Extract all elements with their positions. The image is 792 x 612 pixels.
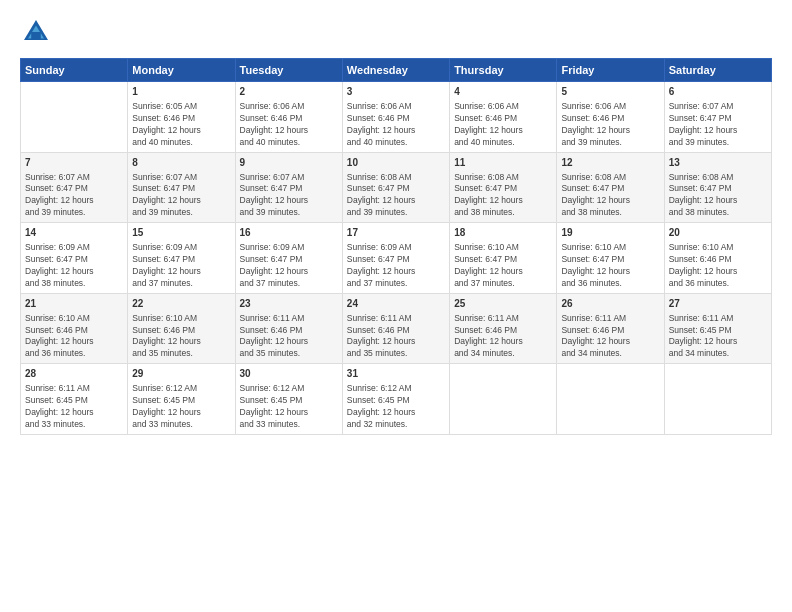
day-number: 17 (347, 226, 445, 240)
cell-text: Daylight: 12 hours (240, 407, 338, 419)
cell-text: Sunset: 6:46 PM (240, 113, 338, 125)
cell-text: Sunrise: 6:07 AM (25, 172, 123, 184)
calendar-cell: 7Sunrise: 6:07 AMSunset: 6:47 PMDaylight… (21, 152, 128, 223)
week-row-4: 28Sunrise: 6:11 AMSunset: 6:45 PMDayligh… (21, 364, 772, 435)
cell-text: Sunset: 6:46 PM (132, 325, 230, 337)
day-number: 2 (240, 85, 338, 99)
cell-text: Daylight: 12 hours (132, 195, 230, 207)
cell-text: and 38 minutes. (454, 207, 552, 219)
day-number: 26 (561, 297, 659, 311)
cell-text: Daylight: 12 hours (240, 195, 338, 207)
page-header (20, 16, 772, 48)
cell-text: Sunset: 6:46 PM (347, 113, 445, 125)
calendar-cell: 27Sunrise: 6:11 AMSunset: 6:45 PMDayligh… (664, 293, 771, 364)
cell-text: Sunset: 6:46 PM (347, 325, 445, 337)
cell-text: Sunrise: 6:11 AM (25, 383, 123, 395)
day-number: 3 (347, 85, 445, 99)
calendar-cell: 13Sunrise: 6:08 AMSunset: 6:47 PMDayligh… (664, 152, 771, 223)
cell-text: Sunrise: 6:10 AM (561, 242, 659, 254)
cell-text: Daylight: 12 hours (669, 336, 767, 348)
cell-text: Sunrise: 6:06 AM (454, 101, 552, 113)
calendar-cell: 23Sunrise: 6:11 AMSunset: 6:46 PMDayligh… (235, 293, 342, 364)
day-number: 1 (132, 85, 230, 99)
cell-text: and 40 minutes. (454, 137, 552, 149)
cell-text: Sunrise: 6:07 AM (240, 172, 338, 184)
day-number: 9 (240, 156, 338, 170)
header-cell-monday: Monday (128, 59, 235, 82)
calendar-table: SundayMondayTuesdayWednesdayThursdayFrid… (20, 58, 772, 435)
day-number: 21 (25, 297, 123, 311)
cell-text: and 35 minutes. (240, 348, 338, 360)
week-row-2: 14Sunrise: 6:09 AMSunset: 6:47 PMDayligh… (21, 223, 772, 294)
calendar-cell: 4Sunrise: 6:06 AMSunset: 6:46 PMDaylight… (450, 82, 557, 153)
cell-text: Daylight: 12 hours (561, 266, 659, 278)
day-number: 11 (454, 156, 552, 170)
cell-text: Daylight: 12 hours (25, 266, 123, 278)
calendar-cell: 17Sunrise: 6:09 AMSunset: 6:47 PMDayligh… (342, 223, 449, 294)
cell-text: Sunset: 6:47 PM (561, 183, 659, 195)
day-number: 13 (669, 156, 767, 170)
cell-text: and 38 minutes. (561, 207, 659, 219)
cell-text: Daylight: 12 hours (25, 195, 123, 207)
cell-text: and 40 minutes. (132, 137, 230, 149)
day-number: 8 (132, 156, 230, 170)
week-row-1: 7Sunrise: 6:07 AMSunset: 6:47 PMDaylight… (21, 152, 772, 223)
day-number: 25 (454, 297, 552, 311)
day-number: 20 (669, 226, 767, 240)
calendar-cell: 12Sunrise: 6:08 AMSunset: 6:47 PMDayligh… (557, 152, 664, 223)
day-number: 6 (669, 85, 767, 99)
calendar-cell: 10Sunrise: 6:08 AMSunset: 6:47 PMDayligh… (342, 152, 449, 223)
day-number: 22 (132, 297, 230, 311)
cell-text: Sunrise: 6:11 AM (240, 313, 338, 325)
cell-text: and 37 minutes. (132, 278, 230, 290)
calendar-cell: 16Sunrise: 6:09 AMSunset: 6:47 PMDayligh… (235, 223, 342, 294)
cell-text: Daylight: 12 hours (454, 125, 552, 137)
day-number: 30 (240, 367, 338, 381)
cell-text: and 39 minutes. (669, 137, 767, 149)
cell-text: Sunrise: 6:08 AM (347, 172, 445, 184)
cell-text: and 38 minutes. (25, 278, 123, 290)
logo-icon (20, 16, 52, 48)
day-number: 24 (347, 297, 445, 311)
calendar-cell (664, 364, 771, 435)
cell-text: and 38 minutes. (669, 207, 767, 219)
cell-text: Sunrise: 6:10 AM (454, 242, 552, 254)
cell-text: Sunrise: 6:07 AM (132, 172, 230, 184)
cell-text: and 39 minutes. (347, 207, 445, 219)
cell-text: and 39 minutes. (132, 207, 230, 219)
calendar-cell: 11Sunrise: 6:08 AMSunset: 6:47 PMDayligh… (450, 152, 557, 223)
cell-text: Sunrise: 6:10 AM (669, 242, 767, 254)
cell-text: Daylight: 12 hours (132, 407, 230, 419)
cell-text: Sunset: 6:47 PM (669, 183, 767, 195)
cell-text: Sunset: 6:46 PM (561, 325, 659, 337)
cell-text: and 34 minutes. (669, 348, 767, 360)
cell-text: Daylight: 12 hours (347, 125, 445, 137)
cell-text: Sunrise: 6:06 AM (240, 101, 338, 113)
cell-text: Daylight: 12 hours (132, 266, 230, 278)
calendar-cell: 5Sunrise: 6:06 AMSunset: 6:46 PMDaylight… (557, 82, 664, 153)
calendar-cell: 8Sunrise: 6:07 AMSunset: 6:47 PMDaylight… (128, 152, 235, 223)
cell-text: Sunrise: 6:07 AM (669, 101, 767, 113)
header-cell-thursday: Thursday (450, 59, 557, 82)
cell-text: Sunrise: 6:09 AM (347, 242, 445, 254)
calendar-cell: 31Sunrise: 6:12 AMSunset: 6:45 PMDayligh… (342, 364, 449, 435)
cell-text: Sunrise: 6:09 AM (240, 242, 338, 254)
cell-text: Sunset: 6:47 PM (454, 254, 552, 266)
cell-text: Sunset: 6:47 PM (347, 254, 445, 266)
cell-text: and 32 minutes. (347, 419, 445, 431)
cell-text: Sunset: 6:45 PM (347, 395, 445, 407)
day-number: 10 (347, 156, 445, 170)
cell-text: and 39 minutes. (561, 137, 659, 149)
cell-text: Sunrise: 6:10 AM (25, 313, 123, 325)
cell-text: Daylight: 12 hours (347, 336, 445, 348)
cell-text: Daylight: 12 hours (240, 266, 338, 278)
calendar-cell (450, 364, 557, 435)
calendar-cell: 18Sunrise: 6:10 AMSunset: 6:47 PMDayligh… (450, 223, 557, 294)
cell-text: Sunrise: 6:11 AM (561, 313, 659, 325)
cell-text: and 37 minutes. (240, 278, 338, 290)
cell-text: Sunset: 6:46 PM (669, 254, 767, 266)
day-number: 5 (561, 85, 659, 99)
calendar-cell: 15Sunrise: 6:09 AMSunset: 6:47 PMDayligh… (128, 223, 235, 294)
cell-text: Sunrise: 6:09 AM (132, 242, 230, 254)
cell-text: and 40 minutes. (347, 137, 445, 149)
